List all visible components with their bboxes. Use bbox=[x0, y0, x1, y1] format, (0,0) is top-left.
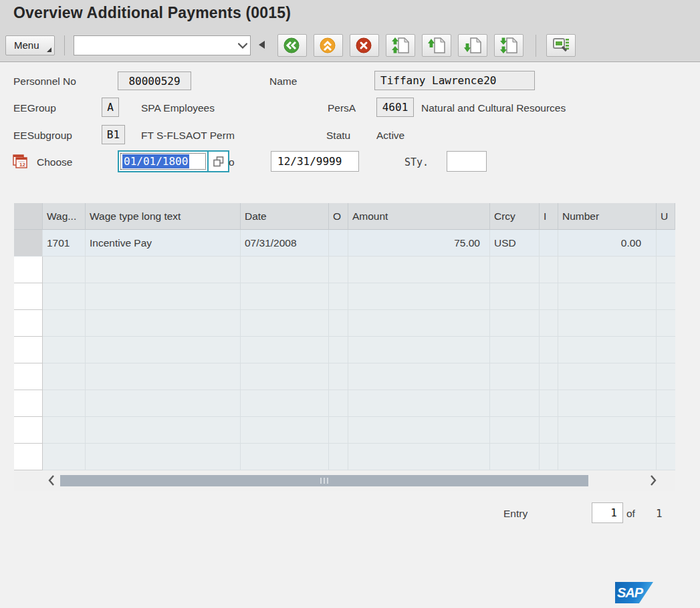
command-input[interactable] bbox=[74, 37, 235, 54]
pers-a-text: Natural and Cultural Resources bbox=[421, 102, 566, 114]
row-selector-cell[interactable] bbox=[14, 310, 43, 337]
ee-group-text: SPA Employees bbox=[141, 102, 215, 114]
cancel-button[interactable] bbox=[350, 34, 379, 57]
toolbar-divider bbox=[536, 35, 536, 57]
sap-window: Overview Additional Payments (0015) Menu bbox=[0, 0, 700, 608]
command-field[interactable] bbox=[74, 35, 251, 55]
cell-unit[interactable] bbox=[657, 230, 675, 257]
find-icon bbox=[551, 36, 571, 55]
date-from-group: 01/01/1800 bbox=[118, 150, 229, 172]
table-empty-row bbox=[14, 337, 675, 363]
exit-button[interactable] bbox=[314, 34, 343, 57]
personnel-no-label: Personnel No bbox=[13, 75, 76, 88]
name-label: Name bbox=[269, 75, 297, 88]
cell-long-text[interactable]: Incentive Pay bbox=[86, 230, 241, 257]
row-selector-cell[interactable] bbox=[14, 230, 43, 257]
scroll-left-icon[interactable] bbox=[47, 474, 55, 489]
row-selector-cell[interactable] bbox=[14, 390, 43, 417]
sap-logo: SAP bbox=[615, 582, 653, 603]
menu-corner-triangle-icon bbox=[47, 47, 51, 52]
cell-crcy[interactable]: USD bbox=[490, 230, 540, 257]
ee-group-label: EEGroup bbox=[13, 102, 56, 114]
table-row: 1701 Incentive Pay 07/31/2008 75.00 USD … bbox=[14, 230, 675, 257]
page-title: Overview Additional Payments (0015) bbox=[13, 4, 291, 22]
pers-a-field[interactable]: 4601 bbox=[376, 98, 414, 117]
cell-date[interactable]: 07/31/2008 bbox=[241, 230, 329, 257]
table-empty-row bbox=[14, 417, 675, 444]
previous-page-icon bbox=[427, 36, 447, 55]
row-selector-cell[interactable] bbox=[14, 444, 43, 470]
previous-page-button[interactable] bbox=[422, 34, 451, 57]
last-page-icon bbox=[499, 36, 519, 55]
status-value: Active bbox=[376, 130, 404, 142]
date-picker-button[interactable] bbox=[207, 152, 228, 171]
date-to-field[interactable]: 12/31/9999 bbox=[271, 151, 359, 172]
col-header-unit[interactable]: U bbox=[657, 203, 675, 230]
date-from-value: 01/01/1800 bbox=[122, 154, 189, 168]
select-all-header-cell[interactable] bbox=[14, 203, 43, 230]
horizontal-scrollbar bbox=[14, 470, 675, 491]
cell-wage-type[interactable]: 1701 bbox=[43, 230, 86, 257]
ee-group-field[interactable]: A bbox=[102, 98, 119, 117]
table-empty-row bbox=[14, 390, 675, 417]
first-page-button[interactable] bbox=[386, 34, 415, 57]
col-header-number[interactable]: Number bbox=[558, 203, 657, 230]
table-empty-row bbox=[14, 363, 675, 390]
copy-overlap-icon bbox=[213, 156, 225, 168]
find-button[interactable] bbox=[546, 34, 576, 57]
table-empty-row bbox=[14, 444, 675, 470]
col-header-o[interactable]: O bbox=[329, 203, 348, 230]
chevron-down-icon[interactable] bbox=[235, 43, 250, 49]
last-page-button[interactable] bbox=[494, 34, 523, 57]
first-page-icon bbox=[390, 36, 411, 55]
subtype-label: STy. bbox=[404, 156, 429, 168]
menu-button[interactable]: Menu bbox=[5, 35, 55, 55]
row-selector-cell[interactable] bbox=[14, 283, 43, 310]
col-header-wage-type[interactable]: Wag... bbox=[43, 203, 86, 230]
ee-subgroup-field[interactable]: B1 bbox=[102, 125, 125, 144]
status-label: Statu bbox=[326, 130, 350, 142]
choose-label: Choose bbox=[37, 156, 72, 168]
personnel-no-field[interactable]: 80000529 bbox=[118, 71, 191, 90]
scrollbar-thumb[interactable] bbox=[60, 475, 588, 486]
scroll-right-icon[interactable] bbox=[649, 474, 657, 489]
pers-a-label: PersA bbox=[328, 102, 356, 114]
menu-button-label: Menu bbox=[14, 39, 39, 51]
entry-number-input[interactable] bbox=[592, 502, 623, 523]
col-header-amount[interactable]: Amount bbox=[348, 203, 490, 230]
name-field[interactable]: Tiffany Lawrence20 bbox=[374, 71, 535, 90]
row-selector-cell[interactable] bbox=[14, 363, 43, 390]
col-header-date[interactable]: Date bbox=[241, 203, 329, 230]
col-header-crcy[interactable]: Crcy bbox=[490, 203, 540, 230]
payments-table: Wag... Wage type long text Date O Amount… bbox=[14, 203, 675, 491]
back-button[interactable] bbox=[277, 34, 307, 57]
table-empty-row bbox=[14, 310, 675, 337]
col-header-long-text[interactable]: Wage type long text bbox=[86, 203, 241, 230]
col-header-i[interactable]: I bbox=[540, 203, 558, 230]
subtype-field[interactable] bbox=[447, 151, 487, 172]
ee-subgroup-text: FT S-FLSAOT Perm bbox=[141, 130, 235, 142]
svg-text:12: 12 bbox=[19, 162, 25, 168]
collapse-toolbar-icon[interactable] bbox=[259, 41, 265, 49]
next-page-button[interactable] bbox=[458, 34, 487, 57]
to-label: o bbox=[229, 156, 235, 168]
row-selector-cell[interactable] bbox=[14, 417, 43, 444]
calendar-icon: 12 bbox=[12, 153, 28, 172]
cell-amount[interactable]: 75.00 bbox=[348, 230, 490, 257]
entry-total: 1 bbox=[656, 507, 663, 520]
date-from-field[interactable]: 01/01/1800 bbox=[120, 153, 206, 170]
row-selector-cell[interactable] bbox=[14, 337, 43, 363]
cell-i[interactable] bbox=[540, 230, 558, 257]
next-page-icon bbox=[463, 36, 483, 55]
row-selector-cell[interactable] bbox=[14, 257, 43, 283]
cell-number[interactable]: 0.00 bbox=[558, 230, 657, 257]
cell-o[interactable] bbox=[329, 230, 348, 257]
entry-of-label: of bbox=[626, 508, 635, 520]
entry-label: Entry bbox=[503, 508, 528, 520]
table-empty-row bbox=[14, 257, 675, 283]
cancel-icon bbox=[354, 36, 374, 55]
table-empty-row bbox=[14, 283, 675, 310]
back-icon bbox=[282, 36, 302, 55]
table-header-row: Wag... Wage type long text Date O Amount… bbox=[14, 203, 675, 230]
exit-icon bbox=[318, 36, 338, 55]
